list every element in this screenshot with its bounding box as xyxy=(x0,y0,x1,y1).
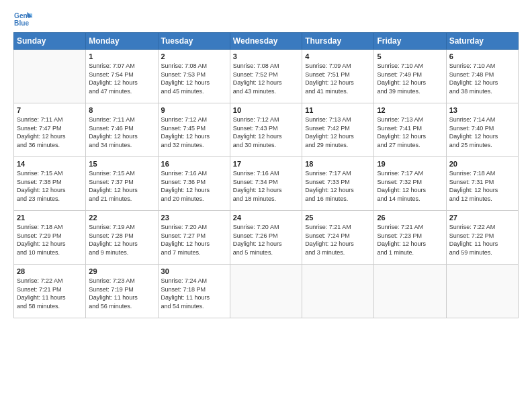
day-info: Sunrise: 7:07 AM Sunset: 7:54 PM Dayligh… xyxy=(89,62,154,95)
day-number: 11 xyxy=(305,106,371,114)
day-number: 30 xyxy=(161,267,227,275)
logo-icon: General Blue xyxy=(13,11,32,27)
day-number: 17 xyxy=(233,160,299,168)
header-row: SundayMondayTuesdayWednesdayThursdayFrid… xyxy=(14,33,519,50)
day-cell: 1Sunrise: 7:07 AM Sunset: 7:54 PM Daylig… xyxy=(86,50,158,103)
day-info: Sunrise: 7:12 AM Sunset: 7:45 PM Dayligh… xyxy=(161,116,227,149)
day-cell: 13Sunrise: 7:14 AM Sunset: 7:40 PM Dayli… xyxy=(446,103,518,157)
col-header-thursday: Thursday xyxy=(302,33,374,50)
day-cell: 22Sunrise: 7:19 AM Sunset: 7:28 PM Dayli… xyxy=(86,211,158,265)
day-info: Sunrise: 7:12 AM Sunset: 7:43 PM Dayligh… xyxy=(233,116,299,149)
day-cell: 9Sunrise: 7:12 AM Sunset: 7:45 PM Daylig… xyxy=(158,103,230,157)
day-cell: 12Sunrise: 7:13 AM Sunset: 7:41 PM Dayli… xyxy=(374,103,446,157)
logo: General Blue xyxy=(13,11,35,27)
day-number: 14 xyxy=(17,160,83,168)
day-number: 13 xyxy=(449,106,515,114)
day-cell: 2Sunrise: 7:08 AM Sunset: 7:53 PM Daylig… xyxy=(158,50,230,103)
day-info: Sunrise: 7:16 AM Sunset: 7:36 PM Dayligh… xyxy=(161,169,227,203)
day-info: Sunrise: 7:21 AM Sunset: 7:23 PM Dayligh… xyxy=(377,223,443,257)
day-number: 15 xyxy=(89,160,154,168)
day-cell: 7Sunrise: 7:11 AM Sunset: 7:47 PM Daylig… xyxy=(14,103,86,157)
day-cell: 14Sunrise: 7:15 AM Sunset: 7:38 PM Dayli… xyxy=(14,157,86,211)
day-cell xyxy=(446,265,518,318)
day-info: Sunrise: 7:09 AM Sunset: 7:51 PM Dayligh… xyxy=(305,62,371,95)
day-info: Sunrise: 7:10 AM Sunset: 7:49 PM Dayligh… xyxy=(377,62,443,95)
day-cell: 16Sunrise: 7:16 AM Sunset: 7:36 PM Dayli… xyxy=(158,157,230,211)
day-number: 24 xyxy=(233,214,299,222)
day-info: Sunrise: 7:17 AM Sunset: 7:32 PM Dayligh… xyxy=(377,169,443,203)
day-cell xyxy=(302,265,374,318)
day-number: 22 xyxy=(89,214,154,222)
day-number: 12 xyxy=(377,106,443,114)
day-info: Sunrise: 7:20 AM Sunset: 7:27 PM Dayligh… xyxy=(161,223,227,257)
day-cell: 20Sunrise: 7:18 AM Sunset: 7:31 PM Dayli… xyxy=(446,157,518,211)
day-cell: 21Sunrise: 7:18 AM Sunset: 7:29 PM Dayli… xyxy=(14,211,86,265)
week-row-2: 7Sunrise: 7:11 AM Sunset: 7:47 PM Daylig… xyxy=(14,103,519,157)
day-cell: 28Sunrise: 7:22 AM Sunset: 7:21 PM Dayli… xyxy=(14,265,86,318)
day-info: Sunrise: 7:13 AM Sunset: 7:41 PM Dayligh… xyxy=(377,116,443,149)
day-cell: 30Sunrise: 7:24 AM Sunset: 7:18 PM Dayli… xyxy=(158,265,230,318)
day-cell xyxy=(374,265,446,318)
col-header-monday: Monday xyxy=(86,33,158,50)
day-cell: 17Sunrise: 7:16 AM Sunset: 7:34 PM Dayli… xyxy=(230,157,302,211)
day-number: 25 xyxy=(305,214,371,222)
day-info: Sunrise: 7:10 AM Sunset: 7:48 PM Dayligh… xyxy=(449,62,515,95)
day-cell: 23Sunrise: 7:20 AM Sunset: 7:27 PM Dayli… xyxy=(158,211,230,265)
day-number: 8 xyxy=(89,106,154,114)
day-cell: 26Sunrise: 7:21 AM Sunset: 7:23 PM Dayli… xyxy=(374,211,446,265)
day-info: Sunrise: 7:11 AM Sunset: 7:46 PM Dayligh… xyxy=(89,116,154,149)
week-row-4: 21Sunrise: 7:18 AM Sunset: 7:29 PM Dayli… xyxy=(14,211,519,265)
day-cell xyxy=(230,265,302,318)
day-info: Sunrise: 7:15 AM Sunset: 7:37 PM Dayligh… xyxy=(89,169,154,203)
day-number: 9 xyxy=(161,106,227,114)
day-cell: 27Sunrise: 7:22 AM Sunset: 7:22 PM Dayli… xyxy=(446,211,518,265)
day-info: Sunrise: 7:13 AM Sunset: 7:42 PM Dayligh… xyxy=(305,116,371,149)
day-number: 18 xyxy=(305,160,371,168)
day-number: 10 xyxy=(233,106,299,114)
svg-text:Blue: Blue xyxy=(14,19,29,27)
day-cell: 11Sunrise: 7:13 AM Sunset: 7:42 PM Dayli… xyxy=(302,103,374,157)
day-info: Sunrise: 7:18 AM Sunset: 7:29 PM Dayligh… xyxy=(17,223,83,257)
week-row-5: 28Sunrise: 7:22 AM Sunset: 7:21 PM Dayli… xyxy=(14,265,519,318)
day-cell: 19Sunrise: 7:17 AM Sunset: 7:32 PM Dayli… xyxy=(374,157,446,211)
week-row-1: 1Sunrise: 7:07 AM Sunset: 7:54 PM Daylig… xyxy=(14,50,519,103)
day-info: Sunrise: 7:16 AM Sunset: 7:34 PM Dayligh… xyxy=(233,169,299,203)
day-cell: 5Sunrise: 7:10 AM Sunset: 7:49 PM Daylig… xyxy=(374,50,446,103)
day-info: Sunrise: 7:14 AM Sunset: 7:40 PM Dayligh… xyxy=(449,116,515,149)
day-number: 4 xyxy=(305,52,371,60)
day-info: Sunrise: 7:17 AM Sunset: 7:33 PM Dayligh… xyxy=(305,169,371,203)
day-cell: 25Sunrise: 7:21 AM Sunset: 7:24 PM Dayli… xyxy=(302,211,374,265)
day-info: Sunrise: 7:22 AM Sunset: 7:22 PM Dayligh… xyxy=(449,223,515,257)
day-info: Sunrise: 7:15 AM Sunset: 7:38 PM Dayligh… xyxy=(17,169,83,203)
day-number: 2 xyxy=(161,52,227,60)
day-number: 23 xyxy=(161,214,227,222)
col-header-wednesday: Wednesday xyxy=(230,33,302,50)
day-info: Sunrise: 7:20 AM Sunset: 7:26 PM Dayligh… xyxy=(233,223,299,257)
day-cell: 4Sunrise: 7:09 AM Sunset: 7:51 PM Daylig… xyxy=(302,50,374,103)
day-number: 19 xyxy=(377,160,443,168)
day-cell: 8Sunrise: 7:11 AM Sunset: 7:46 PM Daylig… xyxy=(86,103,158,157)
day-number: 20 xyxy=(449,160,515,168)
day-number: 16 xyxy=(161,160,227,168)
day-number: 7 xyxy=(17,106,83,114)
day-cell: 15Sunrise: 7:15 AM Sunset: 7:37 PM Dayli… xyxy=(86,157,158,211)
day-info: Sunrise: 7:08 AM Sunset: 7:53 PM Dayligh… xyxy=(161,62,227,95)
day-info: Sunrise: 7:19 AM Sunset: 7:28 PM Dayligh… xyxy=(89,223,154,257)
col-header-sunday: Sunday xyxy=(14,33,86,50)
day-number: 6 xyxy=(449,52,515,60)
day-number: 1 xyxy=(89,52,154,60)
day-info: Sunrise: 7:08 AM Sunset: 7:52 PM Dayligh… xyxy=(233,62,299,95)
day-cell: 3Sunrise: 7:08 AM Sunset: 7:52 PM Daylig… xyxy=(230,50,302,103)
day-number: 28 xyxy=(17,267,83,275)
col-header-tuesday: Tuesday xyxy=(158,33,230,50)
page: General Blue SundayMondayTuesdayWednesda… xyxy=(0,0,532,411)
day-cell: 6Sunrise: 7:10 AM Sunset: 7:48 PM Daylig… xyxy=(446,50,518,103)
day-cell: 29Sunrise: 7:23 AM Sunset: 7:19 PM Dayli… xyxy=(86,265,158,318)
day-cell: 18Sunrise: 7:17 AM Sunset: 7:33 PM Dayli… xyxy=(302,157,374,211)
day-info: Sunrise: 7:18 AM Sunset: 7:31 PM Dayligh… xyxy=(449,169,515,203)
day-number: 3 xyxy=(233,52,299,60)
day-number: 26 xyxy=(377,214,443,222)
day-info: Sunrise: 7:24 AM Sunset: 7:18 PM Dayligh… xyxy=(161,277,227,310)
day-cell xyxy=(14,50,86,103)
calendar-table: SundayMondayTuesdayWednesdayThursdayFrid… xyxy=(13,32,519,318)
